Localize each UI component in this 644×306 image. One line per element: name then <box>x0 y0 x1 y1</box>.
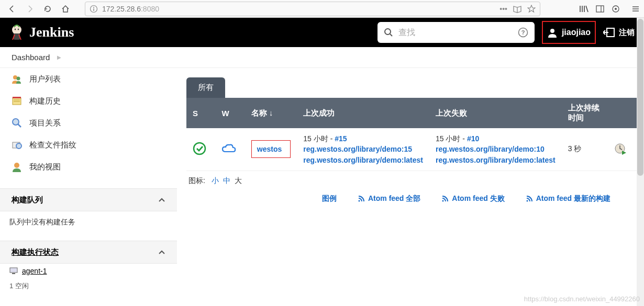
users-icon <box>12 74 22 84</box>
address-bar[interactable]: 172.25.28.6:8080 ••• <box>85 2 540 16</box>
atom-all-link[interactable]: Atom feed 全部 <box>358 194 420 203</box>
breadcrumb: Dashboard ▶ <box>0 47 644 68</box>
svg-point-37 <box>526 200 528 201</box>
jenkins-logo[interactable]: Jenkins <box>9 24 74 41</box>
jobs-table: S W 名称 ↓ 上次成功 上次失败 上次持续时间 westos 15 小 <box>186 98 637 171</box>
svg-rect-11 <box>14 33 20 40</box>
sidebar-item-label: 项目关系 <box>29 118 61 128</box>
build-queue-title: 构建队列 <box>12 195 43 205</box>
svg-line-27 <box>18 124 21 127</box>
icon-size-label: 图标: <box>188 176 205 185</box>
nav-home-button[interactable] <box>58 2 73 16</box>
atom-latest-link[interactable]: Atom feed 最新的构建 <box>526 194 610 203</box>
svg-point-12 <box>15 29 16 30</box>
nav-forward-button[interactable] <box>22 2 38 16</box>
sidebar-item-project-relations[interactable]: 项目关系 <box>0 112 177 134</box>
artifact-link[interactable]: reg.westos.org/library/demo:10 <box>436 145 545 153</box>
sync-icon[interactable] <box>612 5 620 13</box>
svg-point-13 <box>18 29 19 30</box>
weather-cloudy-icon <box>221 143 236 154</box>
svg-point-36 <box>442 200 444 201</box>
sidebar-item-users[interactable]: 用户列表 <box>0 68 177 90</box>
user-icon <box>547 27 558 38</box>
username-text: jiaojiao <box>562 28 591 37</box>
status-success-icon <box>193 142 206 155</box>
col-weather[interactable]: W <box>215 98 245 128</box>
artifact-link[interactable]: reg.westos.org/library/demo:latest <box>303 156 423 164</box>
sidebar-item-build-history[interactable]: 构建历史 <box>0 90 177 112</box>
jenkins-brand-text: Jenkins <box>29 25 74 40</box>
browser-toolbar: 172.25.28.6:8080 ••• <box>0 0 644 18</box>
sidebar-item-fingerprint[interactable]: 检查文件指纹 <box>0 134 177 156</box>
col-last-fail[interactable]: 上次失败 <box>429 98 562 128</box>
artifact-link[interactable]: reg.westos.org/library/demo:latest <box>436 156 556 164</box>
site-info-icon <box>90 5 98 13</box>
col-name[interactable]: 名称 ↓ <box>245 98 297 128</box>
menu-icon[interactable] <box>631 5 640 13</box>
library-icon[interactable] <box>579 5 589 13</box>
svg-point-10 <box>12 25 21 35</box>
jenkins-header: Jenkins ? jiaojiao 注销 <box>0 18 644 47</box>
logout-button[interactable]: 注销 <box>603 27 635 38</box>
icon-size-large[interactable]: 大 <box>235 176 242 185</box>
relations-icon <box>12 118 22 128</box>
breadcrumb-root[interactable]: Dashboard <box>12 53 50 62</box>
sidebar-item-label: 构建历史 <box>29 96 61 106</box>
logout-text: 注销 <box>619 28 635 38</box>
build-queue-header[interactable]: 构建队列 <box>0 188 177 211</box>
reader-icon[interactable] <box>513 5 522 13</box>
search-input[interactable] <box>398 28 513 37</box>
help-icon[interactable]: ? <box>518 27 528 38</box>
sidebar-toggle-icon[interactable] <box>596 5 604 13</box>
svg-point-30 <box>14 163 19 168</box>
icon-size-medium[interactable]: 中 <box>223 176 230 185</box>
atom-fail-link[interactable]: Atom feed 失败 <box>441 194 504 203</box>
executor-status-header[interactable]: 构建执行状态 <box>0 241 177 264</box>
build-link[interactable]: #15 <box>335 134 347 143</box>
svg-rect-3 <box>596 6 604 12</box>
search-icon <box>384 28 393 37</box>
ellipsis-icon[interactable]: ••• <box>499 5 507 13</box>
schedule-build-icon[interactable] <box>614 143 630 155</box>
last-success-cell: 15 小时 - #15 reg.westos.org/library/demo:… <box>303 133 423 165</box>
executor-status-title: 构建执行状态 <box>12 247 59 257</box>
col-status[interactable]: S <box>186 98 215 128</box>
artifact-link[interactable]: reg.westos.org/library/demo:15 <box>303 145 412 153</box>
col-last-duration[interactable]: 上次持续时间 <box>562 98 608 128</box>
history-icon <box>12 96 22 106</box>
nav-back-button[interactable] <box>4 2 20 16</box>
col-last-success[interactable]: 上次成功 <box>297 98 429 128</box>
rss-icon <box>358 195 365 202</box>
sidebar-item-label: 用户列表 <box>29 74 61 84</box>
fingerprint-icon <box>12 140 22 150</box>
icon-size-selector: 图标: 小 中 大 <box>186 171 637 186</box>
queue-empty-text: 队列中没有构建任务 <box>0 211 177 233</box>
legend-link[interactable]: 图例 <box>322 194 337 203</box>
svg-point-33 <box>194 143 205 154</box>
agent-name: agent-1 <box>22 267 47 275</box>
table-header-row: S W 名称 ↓ 上次成功 上次失败 上次持续时间 <box>186 98 637 128</box>
nav-reload-button[interactable] <box>40 2 55 16</box>
svg-rect-31 <box>10 268 17 273</box>
job-name-link[interactable]: westos <box>251 140 291 158</box>
icon-size-small[interactable]: 小 <box>212 176 219 185</box>
svg-point-14 <box>385 29 391 35</box>
chevron-up-icon <box>158 250 165 255</box>
executor-idle-row: 1 空闲 <box>0 278 177 294</box>
tab-all[interactable]: 所有 <box>186 77 225 98</box>
user-menu[interactable]: jiaojiao <box>542 21 596 44</box>
svg-point-6 <box>615 8 617 10</box>
rss-icon <box>526 195 533 202</box>
duration-cell: 3 秒 <box>562 128 608 171</box>
svg-rect-32 <box>12 273 15 274</box>
svg-point-18 <box>550 29 554 33</box>
sidebar-item-my-views[interactable]: 我的视图 <box>0 156 177 178</box>
rss-icon <box>441 195 449 202</box>
bookmark-star-icon[interactable] <box>527 5 536 13</box>
svg-point-21 <box>17 77 20 81</box>
search-box[interactable]: ? <box>377 22 535 43</box>
svg-rect-2 <box>93 8 94 11</box>
build-link[interactable]: #10 <box>467 134 479 143</box>
sidebar: 用户列表 构建历史 项目关系 检查文件指纹 我的视图 构建队列 队列中没有构建任… <box>0 68 177 306</box>
agent-link[interactable]: agent-1 <box>0 264 177 278</box>
